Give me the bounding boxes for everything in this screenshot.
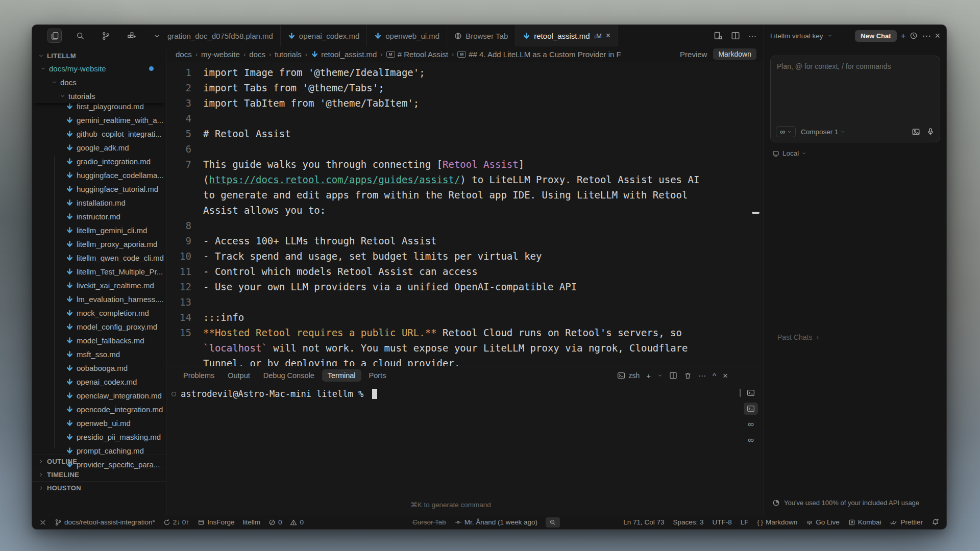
scrollbar-thumb[interactable] <box>752 212 760 214</box>
sidebar-section-houston[interactable]: HOUSTON <box>32 481 166 494</box>
panel-tab-ports[interactable]: Ports <box>363 369 392 382</box>
status-item[interactable] <box>546 517 560 528</box>
new-terminal-icon[interactable]: + <box>646 372 651 380</box>
search-icon[interactable] <box>73 29 87 43</box>
editor-tab[interactable]: openai_codex.md <box>281 25 367 46</box>
folder-item[interactable]: tutorials <box>32 89 166 103</box>
shell-selector[interactable]: zsh <box>617 371 640 380</box>
editor-tab[interactable]: gration_doc_d075fd58.plan.md <box>166 25 281 46</box>
file-item[interactable]: litellm_proxy_aporia.md <box>32 237 166 251</box>
chevron-down-icon[interactable] <box>657 373 663 378</box>
status-item-spaces-3[interactable]: Spaces: 3 <box>673 518 703 526</box>
file-item[interactable]: litellm_Test_Multiple_Pr... <box>32 265 166 279</box>
panel-tab-problems[interactable]: Problems <box>178 369 220 382</box>
attach-image-icon[interactable] <box>912 128 920 136</box>
chevron-down-icon[interactable] <box>150 29 164 43</box>
status-item-litellm[interactable]: litellm <box>242 518 260 526</box>
file-item[interactable]: model_fallbacks.md <box>32 334 166 347</box>
file-item[interactable]: huggingface_codellama... <box>32 168 166 182</box>
tab-close-icon[interactable]: × <box>606 31 610 40</box>
breadcrumb-item[interactable]: docs <box>249 50 265 59</box>
folder-item[interactable]: docs <box>32 76 166 89</box>
file-item[interactable]: openai_codex.md <box>32 375 166 389</box>
workspace-section-header[interactable]: LITELLM <box>32 49 166 62</box>
file-item[interactable]: huggingface_tutorial.md <box>32 182 166 196</box>
explorer-icon[interactable] <box>47 29 62 43</box>
folder-item[interactable]: docs/my-website <box>32 62 166 76</box>
chevron-down-icon[interactable] <box>827 33 832 38</box>
editor-tab[interactable]: openweb_ui.md <box>367 25 447 46</box>
status-item-mr-nand-1-week-ago[interactable]: Mr. Ånand (1 week ago) <box>454 518 537 526</box>
status-item-kombai[interactable]: Kombai <box>848 518 881 526</box>
file-item[interactable]: gradio_integration.md <box>32 155 166 168</box>
panel-tab-output[interactable]: Output <box>222 369 256 382</box>
file-item[interactable]: msft_sso.md <box>32 347 166 361</box>
file-item[interactable]: presidio_pii_masking.md <box>32 430 166 444</box>
preview-mode-button[interactable]: Preview <box>680 50 707 59</box>
panel-more-icon[interactable]: ⋯ <box>698 372 706 380</box>
history-icon[interactable] <box>910 32 918 40</box>
file-item[interactable]: mock_completion.md <box>32 306 166 320</box>
status-item-utf-8[interactable]: UTF-8 <box>713 518 732 526</box>
status-item-prettier[interactable]: Prettier <box>890 518 923 526</box>
status-item-go-live[interactable]: Go Live <box>806 518 840 526</box>
chat-input-box[interactable]: Plan, @ for context, / for commands ∞ Co… <box>770 56 940 142</box>
panel-tab-terminal[interactable]: Terminal <box>322 369 361 382</box>
file-item[interactable]: openclaw_integration.md <box>32 389 166 403</box>
kill-terminal-icon[interactable] <box>684 372 692 380</box>
add-chat-icon[interactable]: + <box>901 32 906 40</box>
status-item[interactable] <box>932 518 939 526</box>
status-item-0[interactable]: 0 <box>290 518 304 526</box>
terminal-instance-icon[interactable] <box>744 387 758 399</box>
status-item-0[interactable]: 0 <box>268 518 282 526</box>
status-item-ln-71-col-73[interactable]: Ln 71, Col 73 <box>623 518 664 526</box>
file-item[interactable]: instructor.md <box>32 210 166 223</box>
terminal-scrollbar[interactable] <box>740 389 741 397</box>
new-chat-button[interactable]: New Chat <box>855 30 896 42</box>
status-item-cursor-tab[interactable]: Cursor Tab <box>412 518 446 526</box>
source-control-icon[interactable] <box>99 29 113 43</box>
panel-maximize-icon[interactable]: ^ <box>713 372 716 380</box>
markdown-mode-button[interactable]: Markdown <box>713 48 756 60</box>
status-item-2-0[interactable]: 2↓ 0↑ <box>163 518 189 526</box>
status-item-lf[interactable]: LF <box>741 518 749 526</box>
microphone-icon[interactable] <box>926 128 935 136</box>
terminal-instance-icon[interactable] <box>744 403 758 415</box>
file-item[interactable]: prompt_caching.md <box>32 444 166 458</box>
breadcrumb-item[interactable]: M## 4. Add LiteLLM as a Custom Provider … <box>457 50 621 59</box>
environment-selector[interactable]: Local <box>772 149 940 157</box>
agent-terminal-icon[interactable]: ∞ <box>744 418 758 431</box>
chat-close-icon[interactable]: × <box>935 31 940 40</box>
file-item[interactable]: model_config_proxy.md <box>32 320 166 334</box>
file-item[interactable]: oobabooga.md <box>32 361 166 375</box>
file-item[interactable]: github_copilot_integrati... <box>32 127 166 141</box>
breadcrumb-item[interactable]: tutorials <box>275 50 302 59</box>
breadcrumb-item[interactable]: M# Retool Assist <box>386 50 448 59</box>
editor-tab[interactable]: Browser Tab <box>447 25 516 46</box>
split-editor-icon[interactable] <box>731 31 740 40</box>
more-actions-icon[interactable]: ⋯ <box>748 31 756 41</box>
agent-mode-selector[interactable]: ∞ <box>776 126 796 137</box>
file-item[interactable]: openweb_ui.md <box>32 416 166 430</box>
file-item[interactable]: opencode_integration.md <box>32 403 166 416</box>
chat-more-icon[interactable]: ⋯ <box>922 32 930 40</box>
editor-tab[interactable]: retool_assist.md↓M× <box>516 25 618 46</box>
split-terminal-icon[interactable] <box>669 371 677 380</box>
past-chats-link[interactable]: Past Chats › <box>777 333 819 341</box>
file-item[interactable]: google_adk.md <box>32 141 166 155</box>
agent-terminal-icon[interactable]: ∞ <box>744 434 758 446</box>
status-item-markdown[interactable]: { }Markdown <box>757 518 798 526</box>
code-editor[interactable]: 1import Image from '@theme/IdealImage';2… <box>166 62 764 366</box>
panel-tab-debug-console[interactable]: Debug Console <box>258 369 320 382</box>
open-preview-icon[interactable] <box>714 31 723 40</box>
extensions-icon[interactable] <box>124 29 138 43</box>
model-selector[interactable]: Composer 1 <box>801 128 845 136</box>
file-item[interactable]: litellm_gemini_cli.md <box>32 223 166 237</box>
status-item-docs-retool-assist-integration[interactable]: docs/retool-assist-integration* <box>55 518 155 526</box>
breadcrumb-item[interactable]: retool_assist.md <box>311 50 377 59</box>
file-item[interactable]: installation.md <box>32 196 166 210</box>
file-item[interactable]: litellm_qwen_code_cli.md <box>32 251 166 265</box>
file-item[interactable]: livekit_xai_realtime.md <box>32 279 166 292</box>
breadcrumb-item[interactable]: my-website <box>201 50 240 59</box>
terminal-content[interactable]: astrodevil@Astro-Mac-mini litellm % <box>166 385 764 399</box>
